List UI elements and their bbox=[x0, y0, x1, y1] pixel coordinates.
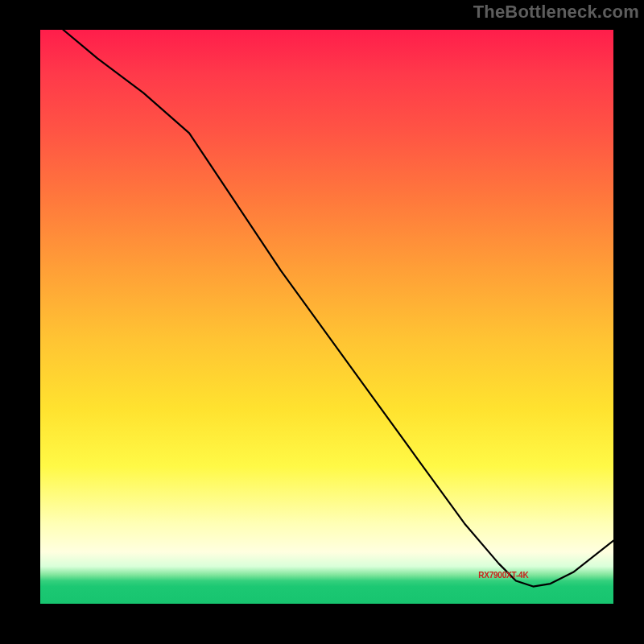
watermark-text: TheBottleneck.com bbox=[473, 2, 639, 23]
bottleneck-curve bbox=[40, 30, 613, 604]
curve-annotation: RX7900XT-4K bbox=[478, 570, 528, 579]
plot-area: RX7900XT-4K bbox=[40, 30, 613, 604]
plot-border: RX7900XT-4K bbox=[33, 23, 621, 611]
chart-frame: TheBottleneck.com RX7900XT-4K bbox=[0, 0, 644, 644]
